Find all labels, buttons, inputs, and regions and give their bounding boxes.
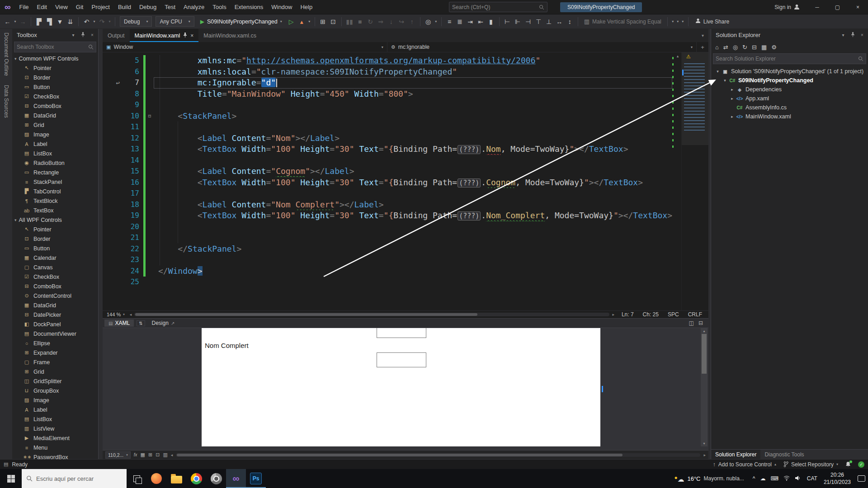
- redo-dropdown-icon[interactable]: ▾: [108, 19, 112, 24]
- language-indicator[interactable]: CAT: [806, 475, 819, 482]
- taskbar-search-box[interactable]: Escriu aquí per cercar: [22, 469, 127, 488]
- toolbox-item-pointer[interactable]: ↖Pointer: [12, 225, 98, 234]
- browser-grey-icon[interactable]: [206, 469, 226, 488]
- chevron-collapsed-icon[interactable]: ▸: [729, 114, 735, 119]
- toolbox-item-label[interactable]: ALabel: [12, 139, 98, 149]
- design-textbox-nom-complert[interactable]: [377, 352, 426, 367]
- toolbox-item-combobox[interactable]: ⊟ComboBox: [12, 282, 98, 291]
- design-view-tab[interactable]: Design ↗: [148, 319, 179, 327]
- solution-search-input[interactable]: [716, 56, 858, 62]
- uncomment-icon[interactable]: ≣: [455, 17, 465, 26]
- tab-list-chevron-icon[interactable]: ▾: [697, 33, 708, 38]
- toolbox-item-frame[interactable]: ▢Frame: [12, 357, 98, 367]
- tray-chevron-icon[interactable]: ^: [753, 475, 755, 482]
- show-guides-icon[interactable]: ▥: [163, 452, 167, 458]
- navigate-backward-icon[interactable]: ←: [3, 17, 12, 26]
- menu-extensions[interactable]: Extensions: [231, 0, 268, 14]
- mainwindow-xaml-node[interactable]: ▸</>MainWindow.xaml: [711, 112, 868, 121]
- horizontal-scrollbar[interactable]: [134, 313, 609, 316]
- chevron-collapsed-icon[interactable]: ▸: [729, 96, 735, 101]
- spaces-indicator[interactable]: SPC: [668, 311, 679, 318]
- code-line-13[interactable]: 13 <TextBox Width="100" Height="30" Text…: [103, 144, 672, 155]
- scroll-down-icon[interactable]: ▾: [703, 441, 705, 446]
- toolbox-item-calendar[interactable]: ▦Calendar: [12, 253, 98, 263]
- toolbox-item-checkbox[interactable]: ☑CheckBox: [12, 92, 98, 101]
- toolbox-item-listbox[interactable]: ▤ListBox: [12, 149, 98, 158]
- tab-mainwindow.xaml[interactable]: MainWindow.xaml×: [130, 29, 199, 42]
- design-artboard[interactable]: Nom Complert: [202, 328, 600, 446]
- space-vertically-icon[interactable]: ↕: [565, 17, 575, 26]
- code-line-8[interactable]: 8 Title="MainWindow" Height="450" Width=…: [103, 89, 672, 100]
- toolbox-section-header[interactable]: ▾Common WPF Controls: [12, 54, 98, 63]
- start-button[interactable]: [0, 469, 22, 488]
- sign-in-button[interactable]: Sign in: [774, 4, 800, 10]
- tab-output[interactable]: Output: [103, 29, 130, 42]
- toolbox-item-border[interactable]: ⊡Border: [12, 73, 98, 82]
- scrollbar-thumb[interactable]: [135, 313, 477, 316]
- code-line-23[interactable]: 23: [103, 254, 672, 266]
- chevron-expanded-icon[interactable]: ▾: [722, 78, 728, 83]
- code-line-6[interactable]: 6 xmlns:local="clr-namespace:S09INotifyP…: [103, 66, 672, 78]
- scroll-right-icon[interactable]: ▸: [703, 453, 706, 457]
- code-line-12[interactable]: 12 <Label Content="Nom"></Label>: [103, 133, 672, 144]
- code-line-18[interactable]: 18 <Label Content="Nom Complert"></Label…: [103, 199, 672, 211]
- toolbox-item-gridsplitter[interactable]: ◫GridSplitter: [12, 376, 98, 386]
- pending-changes-filter-icon[interactable]: ◎: [733, 44, 738, 51]
- design-horizontal-scrollbar[interactable]: [176, 453, 700, 457]
- configuration-select[interactable]: Debug▾: [120, 16, 152, 27]
- code-line-7[interactable]: ↩7 mc:Ignorable="d": [103, 77, 672, 89]
- outdent-icon[interactable]: ⇤: [476, 17, 486, 26]
- bottom-tab-diagnostic-tools[interactable]: Diagnostic Tools: [760, 450, 808, 459]
- toolbox-item-radiobutton[interactable]: ◉RadioButton: [12, 158, 98, 168]
- scroll-up-icon[interactable]: ▴: [703, 328, 705, 334]
- background-tasks-icon[interactable]: ▤: [4, 461, 8, 467]
- file-explorer-icon[interactable]: [166, 469, 186, 488]
- toolbox-item-canvas[interactable]: ▢Canvas: [12, 263, 98, 272]
- editor-zoom-control[interactable]: 144 % ▾: [104, 312, 127, 317]
- code-line-21[interactable]: 21: [103, 232, 672, 244]
- xaml-live-preview-icon[interactable]: ⊡: [329, 17, 338, 26]
- keyboard-icon[interactable]: ⌨: [771, 475, 778, 482]
- menu-debug[interactable]: Debug: [135, 0, 160, 14]
- minimize-button[interactable]: ─: [807, 0, 827, 14]
- photoshop-taskbar-icon[interactable]: Ps: [246, 469, 266, 488]
- horizontal-split-icon[interactable]: ⊟: [698, 320, 703, 326]
- toolbox-item-listview[interactable]: ▥ListView: [12, 424, 98, 433]
- code-editor[interactable]: 5 xmlns:mc="http://schemas.openxmlformat…: [103, 52, 708, 310]
- xaml-view-tab[interactable]: ▤ XAML: [104, 319, 134, 327]
- menu-test[interactable]: Test: [160, 0, 179, 14]
- toolbox-item-listbox[interactable]: ▤ListBox: [12, 414, 98, 424]
- collapse-all-icon[interactable]: ⊟: [752, 44, 757, 51]
- code-line-19[interactable]: 19 <TextBox Width="100" Height="30" Text…: [103, 210, 672, 221]
- toolbox-item-stackpanel[interactable]: ≡StackPanel: [12, 177, 98, 187]
- show-next-statement-icon[interactable]: ⇒: [376, 17, 386, 26]
- toolbox-item-menu[interactable]: ≡Menu: [12, 443, 98, 452]
- toolbox-header[interactable]: Toolbox ▾ ×: [12, 29, 98, 41]
- solution-explorer-header[interactable]: Solution Explorer ▾ ×: [711, 29, 868, 41]
- properties-icon[interactable]: ⚙: [771, 44, 777, 51]
- vertical-scrollbar[interactable]: ▴: [674, 52, 681, 310]
- toolbox-search-box[interactable]: [14, 42, 96, 52]
- onedrive-cloud-icon[interactable]: ☁: [760, 475, 766, 482]
- scroll-up-icon[interactable]: ▴: [677, 54, 679, 58]
- panel-options-chevron-icon[interactable]: ▾: [839, 33, 847, 38]
- code-line-25[interactable]: 25: [103, 277, 672, 288]
- menu-edit[interactable]: Edit: [33, 0, 51, 14]
- refresh-icon[interactable]: ↻: [742, 44, 747, 51]
- step-over-icon[interactable]: ↪: [397, 17, 406, 26]
- code-line-9[interactable]: 9: [103, 99, 672, 111]
- toolbox-item-expander[interactable]: ⊞Expander: [12, 348, 98, 357]
- assemblyinfo-node[interactable]: C#AssemblyInfo.cs: [711, 103, 868, 112]
- breadcrumb-element-dropdown[interactable]: ▣ Window ▾: [103, 42, 387, 52]
- column-indicator[interactable]: Ch: 25: [643, 311, 659, 318]
- breadcrumb-member-dropdown[interactable]: ⚙ mc:Ignorable ▾: [387, 42, 697, 52]
- save-all-icon[interactable]: ⇊: [66, 17, 75, 26]
- swap-panes-button[interactable]: ⇅: [137, 320, 145, 326]
- notification-center-icon[interactable]: [858, 475, 865, 482]
- snaplines-icon[interactable]: ⊡: [156, 452, 160, 458]
- dependencies-node[interactable]: ▸◈Dependencies: [711, 85, 868, 94]
- wifi-icon[interactable]: [783, 475, 790, 482]
- app-icon-orange[interactable]: [146, 469, 166, 488]
- chevron-expanded-icon[interactable]: ▾: [715, 69, 721, 74]
- scroll-right-icon[interactable]: ▸: [612, 312, 614, 317]
